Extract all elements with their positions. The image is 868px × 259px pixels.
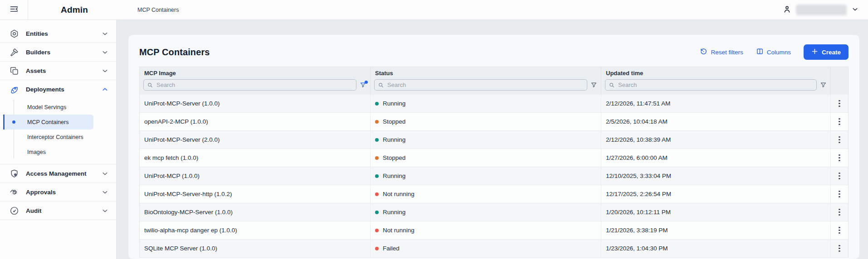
status-dot (375, 211, 379, 214)
row-actions-cell (831, 203, 848, 221)
search-icon (609, 82, 615, 88)
create-button[interactable]: Create (804, 44, 848, 60)
nut-icon (9, 29, 19, 38)
column-header-status[interactable]: Status (371, 67, 601, 78)
chevron-up-icon (101, 86, 109, 93)
breadcrumb: MCP Containers (137, 0, 179, 20)
row-actions-cell (831, 221, 848, 239)
chevron-down-icon (101, 67, 109, 75)
row-kebab-menu-icon[interactable] (837, 98, 842, 109)
main-content: MCP Containers Reset filters (117, 20, 868, 259)
column-search-input[interactable] (374, 79, 587, 91)
column-header-mcp-image[interactable]: MCP Image (140, 67, 371, 78)
sidebar-subitem-label: Images (27, 149, 46, 155)
chevron-down-icon (101, 207, 109, 215)
column-search-input[interactable] (143, 79, 356, 91)
sidebar-item-label: Entities (26, 30, 48, 37)
app-title: Admin (61, 5, 88, 15)
row-kebab-menu-icon[interactable] (837, 134, 842, 145)
row-actions-cell (831, 240, 848, 257)
sidebar-item-approvals[interactable]: Approvals (0, 183, 116, 201)
sidebar-item-builders[interactable]: Builders (0, 43, 116, 62)
sidebar-subitem-label: MCP Containers (27, 119, 68, 125)
status-dot (375, 138, 379, 142)
row-actions-cell (831, 185, 848, 203)
sidebar-item-label: Access Management (26, 170, 87, 177)
sidebar-subitem-model-servings[interactable]: Model Servings (3, 100, 93, 115)
row-kebab-menu-icon[interactable] (837, 225, 842, 236)
sidebar-subitem-label: Interceptor Containers (27, 134, 83, 140)
table-row[interactable]: SQLite MCP Server (1.0.0) Failed 1/23/20… (140, 240, 848, 258)
status-label: Running (383, 209, 405, 216)
updated-time-cell: 1/21/2026, 3:38:19 PM (601, 221, 831, 239)
mcp-containers-card: MCP Containers Reset filters (128, 35, 859, 259)
status-label: Failed (383, 245, 400, 252)
mcp-containers-table: MCP ImageStatusUpdated time (139, 67, 848, 258)
sidebar-subitem-interceptor-containers[interactable]: Interceptor Containers (3, 130, 93, 144)
updated-time-cell: 2/5/2026, 10:04:18 AM (601, 113, 831, 130)
table-row[interactable]: UniProt-MCP (1.0.0) Running 12/10/2025, … (140, 167, 848, 185)
table-row[interactable]: BioOntology-MCP-Server (1.0.0) Running 1… (140, 203, 848, 221)
table-row[interactable]: UniProt-MCP-Server (1.0.0) Running 2/12/… (140, 95, 848, 113)
table-body: UniProt-MCP-Server (1.0.0) Running 2/12/… (140, 95, 848, 258)
column-header-updated-time[interactable]: Updated time (601, 67, 831, 78)
table-row[interactable]: UniProt-MCP-Server-http (1.0.2) Not runn… (140, 185, 848, 203)
page-title: MCP Containers (139, 47, 210, 58)
filter-funnel-icon[interactable] (590, 82, 597, 88)
sidebar-item-access-management[interactable]: Access Management (0, 164, 116, 183)
reset-filters-button[interactable]: Reset filters (700, 48, 743, 57)
status-dot (375, 192, 379, 196)
plus-icon (811, 48, 818, 56)
status-cell: Running (371, 131, 601, 149)
mcp-image-cell: UniProt-MCP-Server (1.0.0) (140, 95, 371, 112)
updated-time-cell: 1/27/2026, 6:00:00 AM (601, 149, 831, 167)
sidebar-item-label: Builders (26, 49, 50, 56)
status-cell: Running (371, 95, 601, 112)
mcp-image-cell: openAPI-2-MCP (1.0.0) (140, 113, 371, 130)
sidebar-item-label: Audit (26, 207, 42, 214)
table-row[interactable]: ek mcp fetch (1.0.0) Stopped 1/27/2026, … (140, 149, 848, 167)
sidebar-item-assets[interactable]: Assets (0, 62, 116, 80)
status-dot (375, 229, 379, 232)
sidebar-item-label: Assets (26, 67, 46, 74)
status-label: Not running (383, 227, 414, 234)
filter-funnel-icon[interactable] (820, 82, 827, 88)
row-kebab-menu-icon[interactable] (837, 243, 842, 254)
table-row[interactable]: UniProt-MCP-Server (2.0.0) Running 2/12/… (140, 131, 848, 149)
sidebar-subitem-mcp-containers[interactable]: MCP Containers (3, 115, 93, 130)
collapse-sidebar-icon (9, 4, 19, 15)
table-row[interactable]: openAPI-2-MCP (1.0.0) Stopped 2/5/2026, … (140, 113, 848, 131)
mcp-image-cell: UniProt-MCP-Server (2.0.0) (140, 131, 371, 149)
table-row[interactable]: twilio-alpha-mcp danger ep (1.0.0) Not r… (140, 221, 848, 240)
column-search-input[interactable] (605, 79, 817, 91)
row-kebab-menu-icon[interactable] (837, 116, 842, 127)
columns-button[interactable]: Columns (756, 48, 791, 57)
mcp-image-cell: ek mcp fetch (1.0.0) (140, 149, 371, 167)
sidebar-sub-list: Model Servings MCP Containers Intercepto… (0, 99, 116, 164)
row-kebab-menu-icon[interactable] (837, 189, 842, 200)
hammer-icon (9, 47, 19, 57)
status-cell: Running (371, 203, 601, 221)
row-kebab-menu-icon[interactable] (837, 153, 842, 163)
sidebar-subitem-images[interactable]: Images (3, 144, 93, 159)
sidebar-item-audit[interactable]: Audit (0, 201, 116, 220)
columns-icon (756, 48, 764, 57)
user-name-redacted (796, 5, 847, 15)
create-label: Create (822, 49, 841, 56)
column-header-actions[interactable] (831, 67, 848, 78)
status-label: Stopped (383, 154, 405, 161)
updated-time-cell: 2/12/2026, 10:38:39 AM (601, 131, 831, 149)
user-menu-chevron-button[interactable] (851, 5, 859, 14)
row-kebab-menu-icon[interactable] (837, 207, 842, 218)
search-icon (378, 82, 384, 88)
reset-filters-icon (700, 48, 707, 57)
sidebar-item-deployments[interactable]: Deployments (0, 80, 116, 99)
filter-funnel-icon[interactable] (360, 82, 366, 88)
status-label: Not running (383, 191, 414, 197)
user-menu[interactable] (783, 5, 868, 15)
row-kebab-menu-icon[interactable] (837, 171, 842, 182)
sidebar-item-entities[interactable]: Entities (0, 24, 116, 43)
column-filter-actions (831, 78, 848, 95)
collapse-sidebar-button[interactable] (0, 0, 28, 19)
gauge-icon (9, 206, 19, 216)
